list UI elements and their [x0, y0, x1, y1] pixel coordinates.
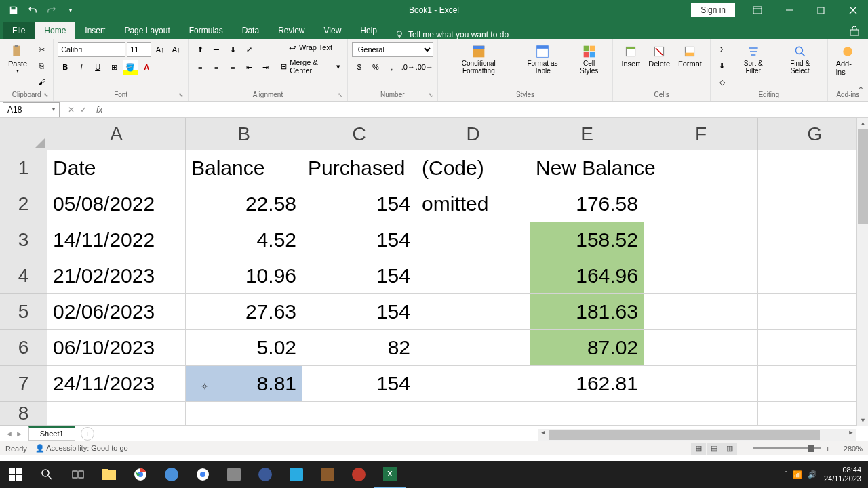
number-launcher[interactable]: ⤡ [428, 92, 436, 100]
scroll-down-icon[interactable]: ▼ [857, 415, 868, 426]
tray-chevron-icon[interactable]: ˆ [785, 470, 787, 479]
zoom-slider[interactable] [753, 447, 821, 449]
cell-B4[interactable]: 10.96 [186, 258, 302, 294]
tell-me-search[interactable]: Tell me what you want to do [395, 30, 509, 39]
scroll-left-icon[interactable]: ◄ [538, 429, 549, 441]
cell-E2[interactable]: 176.58 [530, 186, 644, 222]
cell-A2[interactable]: 05/08/2022 [47, 186, 186, 222]
cell-E4[interactable]: 164.96 [530, 258, 644, 294]
formula-input[interactable] [106, 102, 868, 117]
close-icon[interactable] [837, 0, 868, 20]
scroll-up-icon[interactable]: ▲ [857, 118, 868, 129]
select-all-corner[interactable] [0, 118, 47, 150]
clear-icon[interactable]: ◇ [715, 75, 730, 89]
sheet-tab-sheet1[interactable]: Sheet1 [28, 426, 75, 441]
fx-icon[interactable]: fx [92, 105, 106, 115]
font-size-input[interactable] [127, 42, 151, 57]
delete-cells-button[interactable]: Delete [644, 42, 674, 70]
cell-D7[interactable] [416, 366, 530, 402]
cell-G7[interactable] [758, 366, 868, 402]
tab-help[interactable]: Help [351, 22, 387, 39]
row-header-7[interactable]: 7 [0, 366, 47, 402]
enter-formula-icon[interactable]: ✓ [80, 105, 87, 115]
tray-volume-icon[interactable]: 🔊 [808, 470, 817, 479]
increase-indent-icon[interactable]: ⇥ [258, 60, 273, 75]
taskbar-app-5[interactable] [281, 461, 312, 488]
zoom-in-icon[interactable]: + [826, 445, 830, 453]
share-icon[interactable] [849, 26, 860, 39]
format-cells-button[interactable]: Format [674, 42, 706, 70]
hscroll-thumb[interactable] [549, 430, 820, 440]
cell-B2[interactable]: 22.58 [186, 186, 302, 222]
taskbar-clock[interactable]: 08:44 24/11/2023 [824, 466, 861, 483]
qat-customize-icon[interactable]: ▾ [62, 2, 79, 18]
cell-D4[interactable] [416, 258, 530, 294]
minimize-icon[interactable] [774, 0, 804, 20]
decrease-indent-icon[interactable]: ⇤ [241, 60, 256, 75]
file-explorer-icon[interactable] [94, 461, 125, 488]
insert-cells-button[interactable]: Insert [617, 42, 644, 70]
find-select-button[interactable]: Find & Select [777, 42, 823, 89]
cell-C1[interactable]: Purchased [302, 150, 416, 186]
font-name-input[interactable] [58, 42, 125, 57]
vscroll-thumb[interactable] [858, 129, 868, 224]
name-box[interactable]: A18▾ [3, 102, 60, 117]
tab-file[interactable]: File [3, 22, 35, 39]
row-header-1[interactable]: 1 [0, 150, 47, 186]
cell-F1[interactable] [644, 150, 758, 186]
tray-network-icon[interactable]: 📶 [793, 470, 802, 479]
col-header-G[interactable]: G [758, 118, 868, 150]
sheet-next-icon[interactable]: ► [16, 430, 23, 438]
cell-B7[interactable]: 8.81 [186, 366, 302, 402]
cell-C5[interactable]: 154 [302, 294, 416, 330]
accessibility-status[interactable]: 👤 Accessibility: Good to go [35, 444, 128, 453]
row-header-6[interactable]: 6 [0, 330, 47, 366]
cell-G3[interactable] [758, 222, 868, 258]
cell-A7[interactable]: 24/11/2023 [47, 366, 186, 402]
cell-A3[interactable]: 14/11/2022 [47, 222, 186, 258]
cell-F3[interactable] [644, 222, 758, 258]
cut-icon[interactable]: ✂ [34, 42, 49, 57]
taskbar-app-1[interactable] [156, 461, 187, 488]
format-painter-icon[interactable]: 🖌 [34, 75, 49, 89]
cell-D5[interactable] [416, 294, 530, 330]
col-header-C[interactable]: C [302, 118, 416, 150]
cell-E6[interactable]: 87.02 [530, 330, 644, 366]
col-header-B[interactable]: B [186, 118, 302, 150]
cell-A8[interactable] [47, 402, 186, 426]
cell-F2[interactable] [644, 186, 758, 222]
cell-E8[interactable] [530, 402, 644, 426]
start-button[interactable] [0, 461, 31, 488]
excel-taskbar-icon[interactable]: X [374, 461, 406, 488]
taskbar-app-6[interactable] [312, 461, 343, 488]
increase-decimal-icon[interactable]: .0→ [401, 60, 416, 75]
taskbar-app-7[interactable] [343, 461, 374, 488]
vertical-scrollbar[interactable]: ▲ ▼ [856, 118, 868, 426]
cell-G8[interactable] [758, 402, 868, 426]
cell-E3[interactable]: 158.52 [530, 222, 644, 258]
cell-C3[interactable]: 154 [302, 222, 416, 258]
collapse-ribbon-icon[interactable]: ˆ [859, 86, 863, 98]
tab-insert[interactable]: Insert [75, 22, 115, 39]
align-top-icon[interactable]: ⬆ [193, 42, 208, 57]
cell-G6[interactable] [758, 330, 868, 366]
cell-G2[interactable] [758, 186, 868, 222]
align-middle-icon[interactable]: ☰ [209, 42, 224, 57]
tab-formulas[interactable]: Formulas [180, 22, 233, 39]
font-launcher[interactable]: ⤡ [178, 92, 186, 100]
row-header-3[interactable]: 3 [0, 222, 47, 258]
task-view-icon[interactable] [62, 461, 94, 488]
ribbon-display-icon[interactable] [742, 0, 772, 20]
cell-A4[interactable]: 21/02/2023 [47, 258, 186, 294]
fill-icon[interactable]: ⬇ [715, 58, 730, 73]
copy-icon[interactable]: ⎘ [34, 58, 49, 73]
cell-B8[interactable] [186, 402, 302, 426]
normal-view-icon[interactable]: ▦ [691, 443, 706, 455]
cell-D1[interactable]: (Code) [416, 150, 530, 186]
page-layout-view-icon[interactable]: ▤ [707, 443, 722, 455]
cell-B3[interactable]: 4.52 [186, 222, 302, 258]
bold-icon[interactable]: B [58, 60, 73, 75]
redo-icon[interactable] [43, 2, 60, 18]
cancel-formula-icon[interactable]: ✕ [68, 105, 75, 115]
underline-icon[interactable]: U [90, 60, 105, 75]
